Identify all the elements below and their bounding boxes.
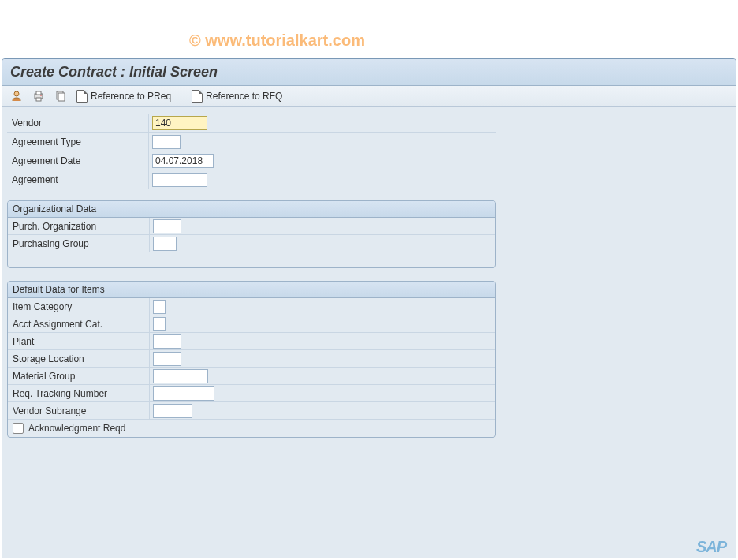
- vendor-subrange-label: Vendor Subrange: [8, 402, 150, 419]
- sap-logo: SAP: [690, 536, 732, 558]
- purchasing-group-row: Purchasing Group: [8, 235, 495, 252]
- item-category-input[interactable]: [153, 300, 166, 314]
- copy-icon: [54, 90, 67, 103]
- agreement-type-input[interactable]: [152, 135, 181, 149]
- material-group-label: Material Group: [8, 368, 150, 384]
- reference-to-preq-label: Reference to PReq: [91, 91, 171, 102]
- default-data-group: Default Data for Items Item Category Acc…: [7, 281, 496, 438]
- reference-to-rfq-label: Reference to RFQ: [206, 91, 282, 102]
- req-tracking-input[interactable]: [153, 386, 214, 401]
- storage-location-input[interactable]: [153, 352, 181, 366]
- agreement-date-label: Agreement Date: [7, 151, 149, 170]
- agreement-type-label: Agreement Type: [7, 133, 149, 151]
- organizational-data-group: Organizational Data Purch. Organization …: [7, 200, 496, 268]
- vendor-label: Vendor: [7, 114, 149, 132]
- default-data-title: Default Data for Items: [8, 282, 495, 298]
- item-category-row: Item Category: [8, 298, 495, 315]
- ack-reqd-label: Acknowledgment Reqd: [28, 423, 125, 434]
- agreement-date-row: Agreement Date: [7, 151, 496, 170]
- reference-to-rfq-button[interactable]: Reference to RFQ: [188, 89, 285, 103]
- toolbar: Reference to PReq Reference to RFQ: [2, 86, 736, 107]
- print-icon: [32, 90, 45, 103]
- person-button[interactable]: [7, 89, 26, 103]
- ack-reqd-row: Acknowledgment Reqd: [8, 420, 495, 437]
- acct-assignment-input[interactable]: [153, 317, 166, 331]
- vendor-subrange-row: Vendor Subrange: [8, 402, 495, 420]
- person-icon: [10, 90, 23, 103]
- agreement-type-row: Agreement Type: [7, 133, 496, 151]
- storage-location-row: Storage Location: [8, 350, 495, 368]
- organizational-data-title: Organizational Data: [8, 201, 495, 218]
- agreement-label: Agreement: [7, 170, 149, 189]
- item-category-label: Item Category: [8, 298, 150, 315]
- print-button[interactable]: [29, 89, 48, 103]
- agreement-input[interactable]: [152, 173, 207, 187]
- purch-organization-row: Purch. Organization: [8, 218, 495, 235]
- plant-label: Plant: [8, 333, 150, 349]
- purch-organization-input[interactable]: [153, 219, 181, 233]
- purch-organization-label: Purch. Organization: [8, 218, 150, 234]
- svg-rect-3: [36, 98, 41, 101]
- req-tracking-label: Req. Tracking Number: [8, 385, 150, 401]
- reference-to-preq-button[interactable]: Reference to PReq: [73, 89, 174, 103]
- storage-location-label: Storage Location: [8, 350, 150, 367]
- content-area: Vendor Agreement Type Agreement Date Agr…: [2, 107, 736, 457]
- material-group-row: Material Group: [8, 368, 495, 385]
- agreement-row: Agreement: [7, 170, 496, 189]
- agreement-date-input[interactable]: [152, 154, 214, 168]
- svg-rect-2: [36, 91, 41, 95]
- document-icon: [76, 90, 88, 103]
- copy-button[interactable]: [51, 89, 70, 103]
- acct-assignment-row: Acct Assignment Cat.: [8, 315, 495, 333]
- acct-assignment-label: Acct Assignment Cat.: [8, 315, 150, 332]
- header-fields: Vendor Agreement Type Agreement Date Agr…: [7, 114, 496, 189]
- plant-row: Plant: [8, 333, 495, 350]
- ack-reqd-checkbox[interactable]: [13, 423, 24, 434]
- purchasing-group-input[interactable]: [153, 237, 177, 251]
- purchasing-group-label: Purchasing Group: [8, 235, 150, 252]
- app-window: Create Contract : Initial Screen R: [2, 58, 736, 558]
- vendor-row: Vendor: [7, 114, 496, 133]
- page-title: Create Contract : Initial Screen: [2, 59, 736, 86]
- plant-input[interactable]: [153, 334, 181, 349]
- watermark-text: © www.tutorialkart.com: [189, 32, 365, 50]
- svg-rect-6: [58, 93, 65, 101]
- vendor-subrange-input[interactable]: [153, 404, 192, 418]
- req-tracking-row: Req. Tracking Number: [8, 385, 495, 402]
- vendor-input[interactable]: [152, 116, 207, 130]
- document-icon: [192, 90, 203, 103]
- svg-point-0: [14, 91, 19, 96]
- material-group-input[interactable]: [153, 369, 208, 383]
- svg-point-4: [40, 95, 42, 96]
